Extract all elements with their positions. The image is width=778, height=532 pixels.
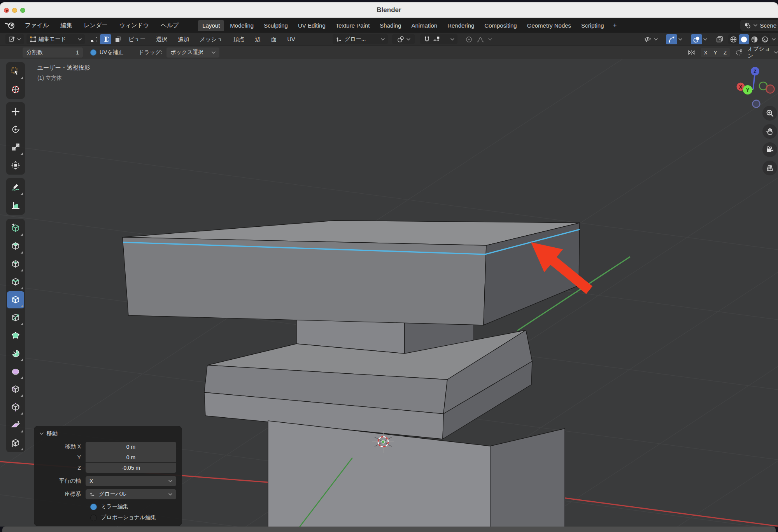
base-front-face[interactable] [268,421,490,527]
tab-scripting[interactable]: Scripting [577,20,608,31]
tool-inset-faces-button[interactable] [7,256,24,273]
camera-view-button[interactable] [762,142,777,157]
menu-vertex[interactable]: 頂点 [233,36,245,43]
face-select-button[interactable] [112,34,123,44]
orient-type-dropdown[interactable]: グローバル [86,489,176,499]
menu-face[interactable]: 面 [271,36,277,43]
proportional-editing-toggle[interactable]: プロポーショナル編集 [90,514,176,521]
visibility-dropdown[interactable] [642,34,664,44]
options-dropdown[interactable]: オプション [748,47,778,58]
tool-rip-region-button[interactable] [7,434,24,452]
menu-view[interactable]: ビュー [128,36,145,43]
slab-front-face[interactable] [123,237,486,325]
mode-selector[interactable]: 編集モード [26,34,85,44]
vertex-select-button[interactable] [88,34,99,44]
tool-transform-button[interactable] [7,157,24,174]
scene-selector[interactable]: Scene [740,20,778,31]
mesh-object[interactable] [123,220,580,527]
mirror-editing-toggle[interactable]: ミラー編集 [90,503,176,510]
shading-material-button[interactable] [749,34,760,44]
tool-loop-cut-button[interactable] [7,291,24,308]
orthographic-toggle-button[interactable] [762,161,777,175]
tool-smooth-button[interactable] [7,363,24,380]
tool-knife-button[interactable] [7,309,24,326]
subdivisions-field[interactable]: 分割数 1 [23,47,83,58]
shading-rendered-button[interactable] [760,34,770,44]
mirror-butterfly-icon [687,49,696,56]
add-workspace-button[interactable]: + [610,20,620,31]
show-overlays-button[interactable] [691,34,702,44]
nav-gizmo[interactable]: Z X Y [730,62,776,113]
drag-mode-dropdown[interactable]: ボックス選択 [166,47,219,58]
mirror-toggle[interactable] [685,47,698,58]
tool-add-cube-button[interactable] [7,220,24,237]
correct-uv-toggle[interactable]: UVを補正 [90,47,124,58]
gizmo-z-neg-ball[interactable] [753,100,760,108]
snap-controls[interactable] [420,34,457,44]
zoom-view-button[interactable] [762,106,777,121]
xray-toggle-button[interactable] [714,34,725,44]
tab-compositing[interactable]: Compositing [480,20,521,31]
tool-bevel-button[interactable] [7,273,24,290]
proportional-edit-controls[interactable] [462,34,498,44]
editor-type-selector[interactable] [5,34,24,44]
base-right-face[interactable] [490,429,565,527]
pan-view-button[interactable] [762,124,777,139]
tab-modeling[interactable]: Modeling [226,20,258,31]
show-gizmo-button[interactable] [666,34,677,44]
tool-edge-slide-button[interactable] [7,381,24,398]
shrink-fatten-icon [11,402,20,412]
menu-file[interactable]: ファイル [25,22,49,29]
mirror-z-button[interactable]: Z [720,48,730,57]
pivot-point-selector[interactable] [392,34,415,44]
mirror-x-button[interactable]: X [701,48,710,57]
menu-mesh[interactable]: メッシュ [200,36,223,43]
tab-uv-editing[interactable]: UV Editing [294,20,330,31]
tab-sculpting[interactable]: Sculpting [259,20,292,31]
blender-logo-icon[interactable] [5,21,16,30]
mirror-y-button[interactable]: Y [711,48,720,57]
menu-edit[interactable]: 編集 [60,22,72,29]
editor-type-icon [9,35,15,43]
tool-move-button[interactable] [7,103,24,120]
tab-animation[interactable]: Animation [407,20,442,31]
menu-window[interactable]: ウィンドウ [119,22,149,29]
viewport-3d[interactable]: ユーザー・透視投影 (1) 立方体 [0,59,778,527]
menu-uv[interactable]: UV [287,36,295,42]
tab-rendering[interactable]: Rendering [443,20,478,31]
move-z-field[interactable]: -0.05 m [86,463,176,473]
menu-edge[interactable]: 辺 [255,36,261,43]
tab-texture-paint[interactable]: Texture Paint [331,20,374,31]
tool-spin-button[interactable] [7,345,24,362]
tool-rotate-button[interactable] [7,121,24,138]
move-y-field[interactable]: 0 m [86,452,176,462]
tool-scale-button[interactable] [7,139,24,156]
tool-cursor-button[interactable] [7,81,24,98]
menu-help[interactable]: ヘルプ [161,22,179,29]
tool-tweak-select-button[interactable] [7,63,24,80]
move-x-field[interactable]: 0 m [86,442,176,452]
menu-select[interactable]: 選択 [156,36,167,43]
macos-titlebar: Blender [0,2,778,18]
edge-select-button[interactable] [100,34,111,44]
operator-panel-header[interactable]: 移動 [40,430,176,437]
gizmo-x-neg-ball[interactable] [766,85,774,93]
tool-poly-build-button[interactable] [7,327,24,344]
select-mode-group [88,34,123,44]
tab-shading[interactable]: Shading [375,20,405,31]
menu-render[interactable]: レンダー [84,22,107,29]
transform-orientation-selector[interactable]: グロー... [333,34,388,44]
menu-add[interactable]: 追加 [178,36,189,43]
tool-extrude-region-button[interactable] [7,238,24,255]
proportional-falloff-toggle[interactable] [733,47,745,58]
orient-axis-dropdown[interactable]: X [86,476,176,486]
tool-shear-button[interactable] [7,416,24,434]
shading-solid-button[interactable] [739,34,749,44]
drag-mode-value: ボックス選択 [170,49,203,56]
tool-shrink-fatten-button[interactable] [7,399,24,416]
tab-geometry-nodes[interactable]: Geometry Nodes [523,20,575,31]
tab-layout[interactable]: Layout [198,20,224,31]
tool-annotate-button[interactable] [7,179,24,196]
shading-wireframe-button[interactable] [728,34,739,44]
tool-measure-button[interactable] [7,197,24,214]
